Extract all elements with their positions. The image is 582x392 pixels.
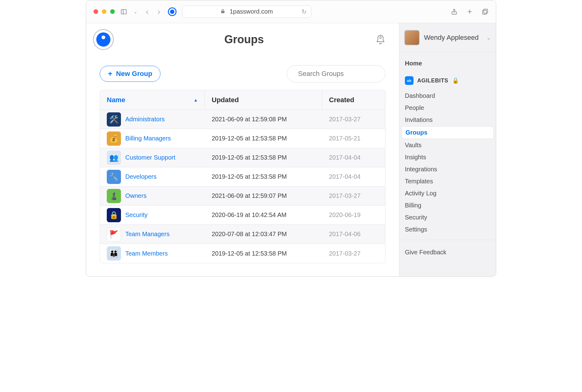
group-name: Developers	[125, 173, 156, 180]
group-updated: 2019-12-05 at 12:53:58 PM	[205, 154, 322, 161]
sidebar-item-security[interactable]: Security	[399, 211, 496, 223]
group-name: Team Members	[125, 250, 168, 257]
url-text: 1password.com	[230, 8, 273, 15]
table-row[interactable]: 💰Billing Managers2019-12-05 at 12:53:58 …	[100, 129, 385, 148]
group-name: Billing Managers	[125, 135, 171, 142]
site-favicon	[168, 7, 177, 16]
sidebar-item-dashboard[interactable]: Dashboard	[399, 90, 496, 102]
group-created: 2020-06-19	[322, 211, 385, 219]
table-row[interactable]: 👪Team Members2019-12-05 at 12:53:58 PM20…	[100, 244, 385, 263]
group-updated: 2020-07-08 at 12:03:47 PM	[205, 231, 322, 238]
svg-rect-0	[121, 9, 127, 14]
sidebar-item-invitations[interactable]: Invitations	[399, 114, 496, 126]
new-group-button[interactable]: + New Group	[100, 66, 160, 82]
group-icon: 👪	[107, 246, 121, 261]
sidebar-nav: Home ab AGILEBITS 🔒 DashboardPeopleInvit…	[399, 52, 496, 265]
browser-chrome: ⌄ ‹ › 1password.com ↻ +	[86, 0, 496, 23]
group-created: 2017-04-06	[322, 231, 385, 238]
group-created: 2017-03-27	[322, 250, 385, 257]
table-row[interactable]: 👥Customer Support2019-12-05 at 12:53:58 …	[100, 148, 385, 167]
sort-asc-icon: ▲	[193, 98, 198, 102]
url-bar[interactable]: 1password.com ↻	[182, 6, 311, 18]
group-created: 2017-04-04	[322, 173, 385, 180]
minimize-window-button[interactable]	[102, 9, 106, 14]
sidebar-toggle-icon[interactable]	[120, 8, 127, 15]
group-updated: 2020-06-19 at 10:42:54 AM	[205, 211, 322, 219]
group-created: 2017-03-27	[322, 116, 385, 123]
group-name: Customer Support	[125, 154, 175, 161]
new-tab-icon[interactable]: +	[466, 8, 473, 15]
sidebar-item-insights[interactable]: Insights	[399, 151, 496, 163]
group-icon: 🚩	[107, 227, 121, 241]
avatar	[404, 30, 420, 45]
group-icon: 🔒	[107, 208, 121, 222]
group-name: Owners	[125, 192, 147, 199]
group-icon: ♟️	[107, 189, 121, 203]
close-window-button[interactable]	[94, 9, 98, 14]
column-name[interactable]: Name ▲	[100, 90, 205, 110]
sidebar-item-vaults[interactable]: Vaults	[399, 139, 496, 151]
search-input[interactable]	[297, 69, 384, 78]
search-box[interactable]	[287, 65, 385, 82]
sidebar-item-home[interactable]: Home	[399, 57, 496, 69]
group-created: 2017-04-04	[322, 154, 385, 161]
sidebar: Wendy Appleseed ⌄ Home ab AGILEBITS 🔒 Da…	[399, 23, 496, 276]
user-name: Wendy Appleseed	[424, 34, 482, 42]
reload-icon[interactable]: ↻	[301, 8, 307, 15]
notification-count: 0	[379, 35, 381, 40]
table-row[interactable]: 🔒Security2020-06-19 at 10:42:54 AM2020-0…	[100, 206, 385, 225]
groups-table: Name ▲ Updated Created 🛠️Administrators2…	[100, 90, 385, 263]
sidebar-item-billing[interactable]: Billing	[399, 199, 496, 211]
sidebar-item-people[interactable]: People	[399, 102, 496, 114]
sidebar-item-groups[interactable]: Groups	[402, 127, 493, 139]
table-row[interactable]: 🔧Developers2019-12-05 at 12:53:58 PM2017…	[100, 167, 385, 186]
group-updated: 2019-12-05 at 12:53:58 PM	[205, 173, 322, 180]
page-title: Groups	[114, 33, 374, 46]
group-icon: 💰	[107, 131, 121, 146]
group-name: Team Managers	[125, 231, 169, 238]
group-icon: 👥	[107, 151, 121, 165]
sidebar-item-activity-log[interactable]: Activity Log	[399, 187, 496, 199]
sidebar-item-feedback[interactable]: Give Feedback	[399, 244, 496, 260]
sidebar-item-templates[interactable]: Templates	[399, 175, 496, 187]
group-created: 2017-05-21	[322, 135, 385, 142]
group-updated: 2019-12-05 at 12:53:58 PM	[205, 250, 322, 257]
forward-button[interactable]: ›	[156, 8, 162, 15]
sidebar-item-settings[interactable]: Settings	[399, 223, 496, 236]
notifications-button[interactable]: 0	[374, 33, 387, 46]
sidebar-company[interactable]: ab AGILEBITS 🔒	[399, 74, 496, 87]
group-updated: 2021-06-09 at 12:59:08 PM	[205, 116, 322, 123]
share-icon[interactable]	[451, 8, 458, 15]
app-logo[interactable]	[93, 29, 114, 50]
plus-icon: +	[108, 70, 112, 77]
table-row[interactable]: 🛠️Administrators2021-06-09 at 12:59:08 P…	[100, 110, 385, 129]
table-row[interactable]: ♟️Owners2021-06-09 at 12:59:07 PM2017-03…	[100, 186, 385, 206]
sidebar-item-integrations[interactable]: Integrations	[399, 163, 496, 175]
company-icon: ab	[405, 76, 414, 85]
new-group-label: New Group	[116, 70, 152, 78]
group-updated: 2021-06-09 at 12:59:07 PM	[205, 192, 322, 199]
group-name: Administrators	[125, 116, 165, 123]
traffic-lights	[94, 9, 115, 14]
table-header: Name ▲ Updated Created	[100, 90, 385, 110]
zoom-window-button[interactable]	[110, 9, 115, 14]
group-icon: 🔧	[107, 170, 121, 184]
column-created[interactable]: Created	[322, 90, 385, 110]
user-menu[interactable]: Wendy Appleseed ⌄	[399, 23, 496, 52]
group-updated: 2019-12-05 at 12:53:58 PM	[205, 135, 322, 142]
group-icon: 🛠️	[107, 112, 121, 127]
chevron-down-icon: ⌄	[486, 34, 491, 41]
app-header: Groups 0	[86, 23, 399, 56]
lock-icon	[220, 8, 225, 15]
svg-rect-3	[484, 9, 488, 13]
table-row[interactable]: 🚩Team Managers2020-07-08 at 12:03:47 PM2…	[100, 225, 385, 244]
svg-rect-4	[483, 10, 487, 14]
back-button[interactable]: ‹	[144, 8, 151, 15]
group-name: Security	[125, 211, 148, 219]
chevron-down-icon[interactable]: ⌄	[132, 8, 139, 15]
column-updated[interactable]: Updated	[205, 90, 322, 110]
lock-icon: 🔒	[452, 77, 459, 84]
group-created: 2017-03-27	[322, 192, 385, 199]
tabs-overview-icon[interactable]	[482, 8, 488, 15]
